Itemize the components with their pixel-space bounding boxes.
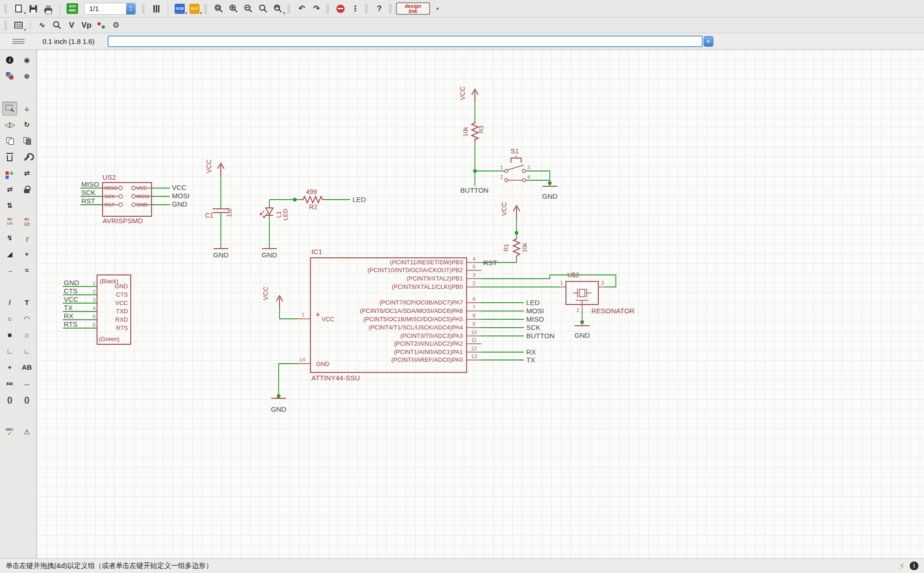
sheet-selector[interactable]: 1/1 ▲▼ [84,3,136,15]
voltage-probe-button[interactable]: V [64,19,79,32]
component-resonator[interactable]: U$2 1 3 2 RESONATOR [559,271,635,315]
replace-tool[interactable]: ⇄ [19,166,34,180]
stepper-up-icon[interactable]: ▲ [129,5,132,9]
component-s1[interactable]: S1 1 2 3 4 [500,147,530,182]
zoom-select-button[interactable]: ▾ [270,2,285,15]
smash-tool[interactable]: ↯ [2,231,17,245]
stop-button[interactable] [333,2,348,15]
simulation-settings-button[interactable]: ⚙ [109,19,123,32]
toolbar-grip[interactable] [205,4,207,14]
group-select-tool[interactable]: ↖ [2,102,17,116]
attribute-tool[interactable]: ≔ [2,377,17,390]
open-board-button[interactable]: ▾ [11,2,26,15]
value-tool[interactable]: R210k [19,215,34,229]
show-tool[interactable]: ◉ [19,53,34,67]
label-tool[interactable]: AB [19,360,34,374]
slope-tool[interactable]: ◢ [2,247,17,261]
move-tool[interactable]: ↔↕ [19,102,34,116]
svg-text:VCC[interactable]: VCC [64,295,79,303]
toolbar-grip[interactable] [365,4,367,14]
text-tool[interactable]: T [19,296,34,310]
zoom-in-button[interactable] [226,2,241,15]
optimize-tool[interactable]: → [2,263,17,277]
phase-probe-button[interactable]: Vp [79,19,94,32]
s1-wiring[interactable]: BUTTON GND [460,169,558,200]
stepper-down-icon[interactable]: ▼ [129,9,132,12]
net-probe-button[interactable] [94,19,109,32]
toolbar-grip[interactable] [5,20,6,30]
save-button[interactable] [26,2,41,15]
svg-text:MOSI[interactable]: MOSI [172,192,189,200]
arc-tool[interactable]: ◠ [19,312,34,326]
redo-button[interactable]: ↷ [309,2,324,15]
sidebar-grip[interactable] [12,39,24,44]
pinswap-tool[interactable]: ⇄ [2,183,17,196]
ftdi-nets[interactable]: GND CTS VCC TX RX RTS [63,279,97,328]
run-ulp-button[interactable]: ULP▾ [187,2,202,15]
zoom-fit-button[interactable] [211,2,226,15]
svg-text:BUTTON[interactable]: BUTTON [526,332,554,340]
net-label-led[interactable]: LED [353,195,366,203]
zoom-out-button[interactable] [241,2,255,15]
net-label-rst[interactable]: RST [483,259,497,267]
component-ic1[interactable]: IC1 ATTINY44-SSU 1 VCC 14 GND [298,248,481,382]
polygon-tool[interactable]: ⌂ [19,328,34,342]
component-ftdi[interactable]: (Black) (Green) GND CTS VCC TXD RXD RTS … [93,275,131,344]
miter-tool[interactable]: ╭ [19,231,34,245]
name-tool[interactable]: R210k [2,215,17,229]
lightning-icon[interactable]: ⚡ [899,561,905,572]
delete-tool[interactable] [2,150,17,164]
toolbar-grip[interactable] [142,4,144,14]
schematic-canvas[interactable]: US2 MISO SCK RST VCC MOSI GND AVRISPSMD [37,50,924,558]
lock-tool[interactable] [19,183,34,196]
print-button[interactable] [41,2,55,15]
component-r1[interactable]: VCC R1 10k [500,202,528,258]
ic1-vcc-feed[interactable]: VCC [262,286,298,319]
net-label-button[interactable]: BUTTON [460,186,488,194]
component-us2[interactable]: US2 MISO SCK RST VCC MOSI GND AVRISPSMD [103,173,152,225]
undo-button[interactable]: ↶ [294,2,309,15]
svg-text:RST[interactable]: RST [81,197,95,205]
gateswap-tool[interactable]: ⇅ [2,199,17,213]
meander-tool[interactable]: ≈ [19,263,34,277]
svg-text:TX[interactable]: TX [64,304,73,311]
svg-text:VCC[interactable]: VCC [172,183,187,191]
command-input[interactable] [108,36,703,47]
svg-text:MISO[interactable]: MISO [526,315,544,323]
split-tool[interactable]: + [19,247,34,261]
paste-tool[interactable] [19,134,34,148]
design-link-button[interactable]: designlink [396,2,430,15]
component-r2[interactable]: 499 R2 LED [269,188,366,211]
attribute-global-tool[interactable]: {} [2,393,17,407]
schematic-drawing[interactable]: US2 MISO SCK RST VCC MOSI GND AVRISPSMD [37,50,924,558]
mirror-tool[interactable]: ◁▷ [2,118,17,132]
more-commands-button[interactable]: ⋮ [348,2,363,15]
array-button[interactable] [149,2,164,15]
info-tool[interactable]: i [2,53,17,67]
copy-tool[interactable] [2,134,17,148]
svg-text:GND[interactable]: GND [64,279,79,286]
sheet-stepper[interactable]: ▲▼ [126,3,135,14]
wire-tool[interactable]: / [2,296,17,310]
svg-text:GND[interactable]: GND [172,200,188,208]
zoom-redraw-button[interactable] [255,2,270,15]
toolbar-grip[interactable] [288,4,290,14]
resonator-gnd[interactable]: GND [574,310,590,339]
board-switch-button[interactable]: SCHBRD [64,2,80,15]
change-tool[interactable] [19,150,34,164]
simulate-button[interactable]: ∿ [35,19,49,32]
rect-tool[interactable]: ■ [2,328,17,342]
toolbar-grip[interactable] [389,4,391,14]
dimension-tool[interactable]: ↔ [19,377,34,390]
probe-zoom-button[interactable] [49,19,64,32]
svg-text:MOSI[interactable]: MOSI [526,307,544,315]
component-r3[interactable]: VCC 10k R3 [459,86,485,171]
add-part-tool[interactable]: + [2,166,17,180]
component-led[interactable]: L1 LED GND [260,200,289,259]
svg-text:RX[interactable]: RX [64,312,73,320]
junction-tool[interactable]: + [2,360,17,374]
svg-text:RTS[interactable]: RTS [64,320,78,328]
grid-button[interactable]: ▾ [11,19,26,32]
svg-text:SCK[interactable]: SCK [81,189,96,196]
erc-tool[interactable]: ERC✓ [2,425,17,439]
